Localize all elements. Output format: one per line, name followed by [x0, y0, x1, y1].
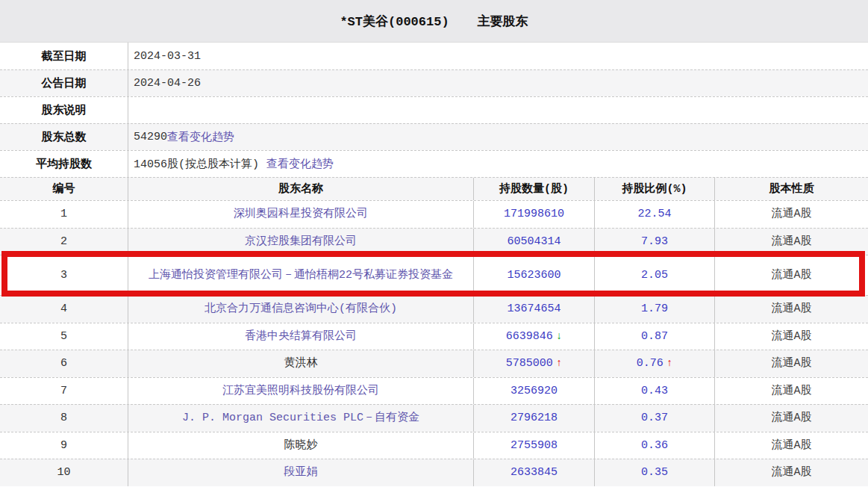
- shareholder-name-link[interactable]: 北京合力万通信息咨询中心(有限合伙): [204, 302, 397, 316]
- shares-cell: 15623600: [474, 255, 595, 295]
- share-type-cell: 流通A股: [715, 432, 868, 459]
- shareholder-name-link[interactable]: 段亚娟: [284, 465, 318, 480]
- pct-cell: 22.54: [595, 201, 715, 228]
- pct-cell: 0.43: [595, 378, 715, 405]
- shareholder-name-link[interactable]: 上海通怡投资管理有限公司－通怡梧桐22号私募证券投资基金: [149, 268, 453, 282]
- table-row-2: 2 京汉控股集团有限公司 60504314 7.93 流通A股: [0, 228, 868, 255]
- view-trend-link[interactable]: 查看变化趋势: [266, 157, 334, 171]
- header-shares-held: 持股数量(股): [474, 178, 595, 200]
- rank-cell: 5: [0, 323, 128, 350]
- rank-cell: 6: [0, 350, 128, 377]
- info-value: 2024-03-31: [128, 43, 868, 69]
- table-row-7: 7 江苏宜美照明科技股份有限公司 3256920 0.43 流通A股: [0, 377, 868, 405]
- rank-cell: 2: [0, 229, 128, 255]
- rank-cell: 9: [0, 432, 128, 459]
- shares-cell: 2796218: [474, 405, 595, 432]
- share-type-cell: 流通A股: [715, 405, 868, 432]
- name-cell: 香港中央结算有限公司: [128, 323, 474, 350]
- table-row-4: 4 北京合力万通信息咨询中心(有限合伙) 13674654 1.79 流通A股: [0, 295, 868, 323]
- header-holding-pct: 持股比例(%): [595, 178, 715, 200]
- info-row-announce-date: 公告日期 2024-04-26: [0, 69, 868, 96]
- shares-cell: 2633845: [474, 459, 595, 486]
- share-type-cell: 流通A股: [715, 229, 868, 255]
- pct-cell: 0.87: [595, 323, 715, 350]
- share-type-cell: 流通A股: [715, 459, 868, 486]
- table-header: 编号 股东名称 持股数量(股) 持股比例(%) 股本性质: [0, 177, 868, 200]
- pct-cell: 7.93: [595, 229, 715, 255]
- shareholder-name-link[interactable]: 深圳奥园科星投资有限公司: [234, 207, 368, 221]
- header-shareholder-name: 股东名称: [128, 178, 474, 200]
- shareholder-name-link[interactable]: 京汉控股集团有限公司: [245, 235, 357, 249]
- info-section: 截至日期 2024-03-31 公告日期 2024-04-26 股东说明 股东总…: [0, 43, 868, 177]
- shares-cell: 5785000↑: [474, 350, 595, 377]
- rank-cell: 3: [0, 255, 128, 295]
- pct-cell: 2.05: [595, 255, 715, 295]
- info-value: 14056股(按总股本计算) 查看变化趋势: [128, 151, 868, 177]
- name-cell: 江苏宜美照明科技股份有限公司: [128, 378, 474, 405]
- info-value: 54290 查看变化趋势: [128, 124, 868, 150]
- major-shareholders-page: *ST美谷(000615) 主要股东 截至日期 2024-03-31 公告日期 …: [0, 0, 868, 487]
- pct-cell: 0.36: [595, 432, 715, 459]
- share-type-cell: 流通A股: [715, 201, 868, 228]
- shareholder-name-link[interactable]: 香港中央结算有限公司: [245, 329, 357, 344]
- info-label: 公告日期: [0, 70, 128, 96]
- pct-cell: 0.35: [595, 459, 715, 486]
- shares-cell: 6639846↓: [474, 323, 595, 350]
- cutoff-date-value: 2024-03-31: [134, 50, 201, 63]
- name-cell: 上海通怡投资管理有限公司－通怡梧桐22号私募证券投资基金: [128, 255, 474, 295]
- name-cell: 京汉控股集团有限公司: [128, 229, 474, 255]
- share-type-cell: 流通A股: [715, 296, 868, 323]
- info-label: 截至日期: [0, 43, 128, 69]
- name-cell: 北京合力万通信息咨询中心(有限合伙): [128, 296, 474, 323]
- shares-cell: 13674654: [474, 296, 595, 323]
- shares-cell: 171998610: [474, 201, 595, 228]
- info-label: 股东说明: [0, 97, 128, 123]
- rank-cell: 10: [0, 459, 128, 486]
- name-cell: 陈晓妙: [128, 432, 474, 459]
- pct-increase-arrow-icon: ↑: [666, 356, 672, 370]
- share-type-cell: 流通A股: [715, 378, 868, 405]
- share-type-cell: 流通A股: [715, 255, 868, 295]
- rank-cell: 7: [0, 378, 128, 405]
- view-trend-link[interactable]: 查看变化趋势: [167, 130, 234, 144]
- rank-cell: 8: [0, 405, 128, 432]
- shares-increase-arrow-icon: ↑: [556, 356, 562, 370]
- shareholder-name-text: 黄洪林: [284, 356, 318, 370]
- rank-cell: 4: [0, 296, 128, 323]
- table-row-6: 6 黄洪林 5785000↑ 0.76↑ 流通A股: [0, 350, 868, 377]
- info-row-total-holders: 股东总数 54290 查看变化趋势: [0, 123, 868, 150]
- pct-cell: 0.76↑: [595, 350, 715, 377]
- total-holders-value: 54290: [134, 131, 167, 143]
- header-rank: 编号: [0, 178, 128, 200]
- name-cell: 黄洪林: [128, 350, 474, 377]
- table-row-3-highlighted: 3 上海通怡投资管理有限公司－通怡梧桐22号私募证券投资基金 15623600 …: [0, 255, 868, 295]
- shareholder-name-link[interactable]: J. P. Morgan Securities PLC－自有资金: [182, 411, 419, 425]
- shares-cell: 3256920: [474, 378, 595, 405]
- table-row-9: 9 陈晓妙 2755908 0.36 流通A股: [0, 432, 868, 459]
- share-type-cell: 流通A股: [715, 350, 868, 377]
- avg-holding-value: 14056股(按总股本计算): [134, 157, 259, 171]
- table-row-1: 1 深圳奥园科星投资有限公司 171998610 22.54 流通A股: [0, 200, 868, 228]
- shares-decrease-arrow-icon: ↓: [556, 329, 562, 344]
- shareholders-table: 1 深圳奥园科星投资有限公司 171998610 22.54 流通A股 2 京汉…: [0, 200, 868, 486]
- section-title: 主要股东: [478, 13, 528, 30]
- table-row-8: 8 J. P. Morgan Securities PLC－自有资金 27962…: [0, 404, 868, 432]
- info-row-avg-holding: 平均持股数 14056股(按总股本计算) 查看变化趋势: [0, 150, 868, 177]
- name-cell: 段亚娟: [128, 459, 474, 486]
- name-cell: 深圳奥园科星投资有限公司: [128, 201, 474, 228]
- table-row-5: 5 香港中央结算有限公司 6639846↓ 0.87 流通A股: [0, 323, 868, 350]
- header-share-type: 股本性质: [715, 178, 868, 200]
- info-row-shareholder-note: 股东说明: [0, 96, 868, 123]
- info-value: [128, 97, 868, 123]
- info-label: 平均持股数: [0, 151, 128, 177]
- shares-cell: 60504314: [474, 229, 595, 255]
- info-label: 股东总数: [0, 124, 128, 150]
- table-row-10: 10 段亚娟 2633845 0.35 流通A股: [0, 459, 868, 486]
- shares-cell: 2755908: [474, 432, 595, 459]
- info-row-cutoff-date: 截至日期 2024-03-31: [0, 43, 868, 69]
- share-type-cell: 流通A股: [715, 323, 868, 350]
- info-value: 2024-04-26: [128, 70, 868, 96]
- shareholder-name-link[interactable]: 江苏宜美照明科技股份有限公司: [222, 384, 379, 398]
- pct-cell: 0.37: [595, 405, 715, 432]
- page-title: *ST美谷(000615) 主要股东: [0, 0, 868, 43]
